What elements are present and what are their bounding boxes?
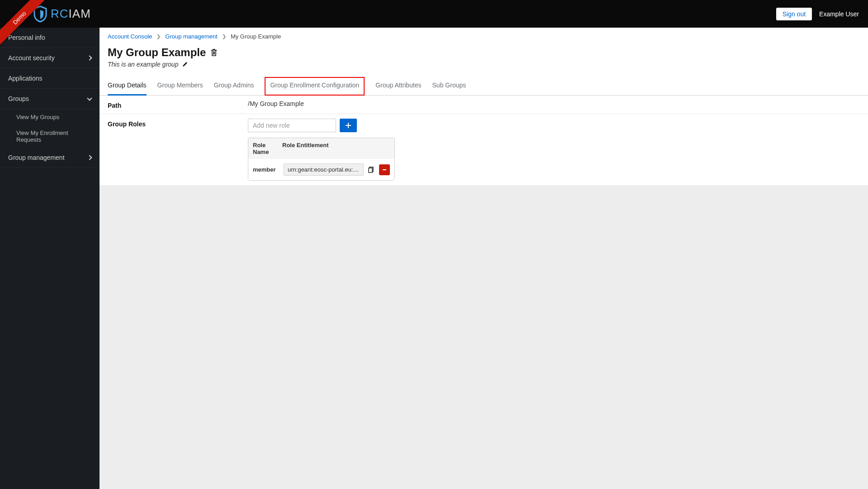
pencil-icon[interactable] (182, 61, 188, 67)
sidebar-item-label: Group management (8, 154, 65, 161)
svg-rect-1 (369, 168, 372, 173)
tab-group-details[interactable]: Group Details (108, 77, 147, 96)
breadcrumb: Account Console ❯ Group management ❯ My … (100, 28, 868, 43)
sidebar-item-view-enrollment-requests[interactable]: View My Enrollment Requests (0, 125, 100, 148)
sidebar-item-label: Personal info (8, 34, 45, 41)
chevron-right-icon: ❯ (157, 34, 161, 39)
breadcrumb-current: My Group Example (231, 33, 281, 40)
roles-col-entitlement: Role Entitlement (282, 142, 390, 155)
breadcrumb-account-console[interactable]: Account Console (108, 33, 152, 40)
logo[interactable]: RCIAM (33, 5, 91, 23)
sidebar-item-view-my-groups[interactable]: View My Groups (0, 109, 100, 125)
chevron-right-icon: ❯ (222, 34, 226, 39)
copy-icon (368, 167, 375, 173)
sidebar-item-label: Account security (8, 54, 55, 62)
path-label: Path (108, 100, 248, 109)
tab-group-enrollment-config[interactable]: Group Enrollment Configuration (265, 77, 365, 96)
sidebar-item-label: Applications (8, 75, 43, 82)
add-role-button[interactable] (340, 119, 357, 132)
roles-table: Role Name Role Entitlement member urn:ge… (248, 138, 395, 181)
sidebar-item-label: View My Groups (16, 114, 59, 120)
tabs: Group Details Group Members Group Admins… (100, 77, 868, 96)
header: RCIAM Sign out Example User (0, 0, 868, 28)
tab-group-attributes[interactable]: Group Attributes (375, 77, 421, 96)
chevron-down-icon (87, 96, 92, 101)
minus-icon (382, 167, 387, 173)
sidebar-item-label: Groups (8, 95, 29, 102)
role-entitlement: urn:geant:eosc-portal.eu:grou … (284, 163, 364, 176)
tab-group-members[interactable]: Group Members (157, 77, 203, 96)
user-label: Example User (819, 10, 859, 18)
roles-col-name: Role Name (253, 142, 282, 155)
table-row: member urn:geant:eosc-portal.eu:grou … (248, 159, 394, 180)
add-role-input[interactable] (248, 119, 336, 132)
brand-rc: RC (51, 7, 69, 20)
sidebar-item-label: View My Enrollment Requests (16, 129, 91, 143)
roles-label: Group Roles (108, 119, 248, 128)
content: Account Console ❯ Group management ❯ My … (100, 28, 868, 489)
path-value: /My Group Example (248, 100, 860, 107)
copy-button[interactable] (366, 165, 376, 175)
tab-sub-groups[interactable]: Sub Groups (432, 77, 466, 96)
sidebar-item-account-security[interactable]: Account security (0, 48, 100, 68)
brand-iam: IAM (69, 7, 91, 20)
page-description: This is an example group (108, 61, 178, 68)
sidebar-item-groups[interactable]: Groups (0, 89, 100, 109)
sidebar-item-group-management[interactable]: Group management (0, 148, 100, 168)
sidebar-item-personal-info[interactable]: Personal info (0, 28, 100, 48)
breadcrumb-group-management[interactable]: Group management (165, 33, 218, 40)
remove-role-button[interactable] (379, 164, 390, 175)
signout-button[interactable]: Sign out (776, 8, 812, 20)
plus-icon (345, 122, 351, 129)
chevron-right-icon (87, 155, 92, 160)
shield-logo-icon (33, 5, 48, 23)
chevron-right-icon (87, 55, 92, 60)
sidebar: Personal info Account security Applicati… (0, 28, 100, 489)
tab-group-admins[interactable]: Group Admins (214, 77, 254, 96)
page-title-text: My Group Example (108, 46, 206, 59)
sidebar-item-applications[interactable]: Applications (0, 68, 100, 89)
trash-icon[interactable] (210, 48, 218, 57)
page-title: My Group Example (108, 46, 860, 59)
role-name: member (253, 166, 281, 173)
